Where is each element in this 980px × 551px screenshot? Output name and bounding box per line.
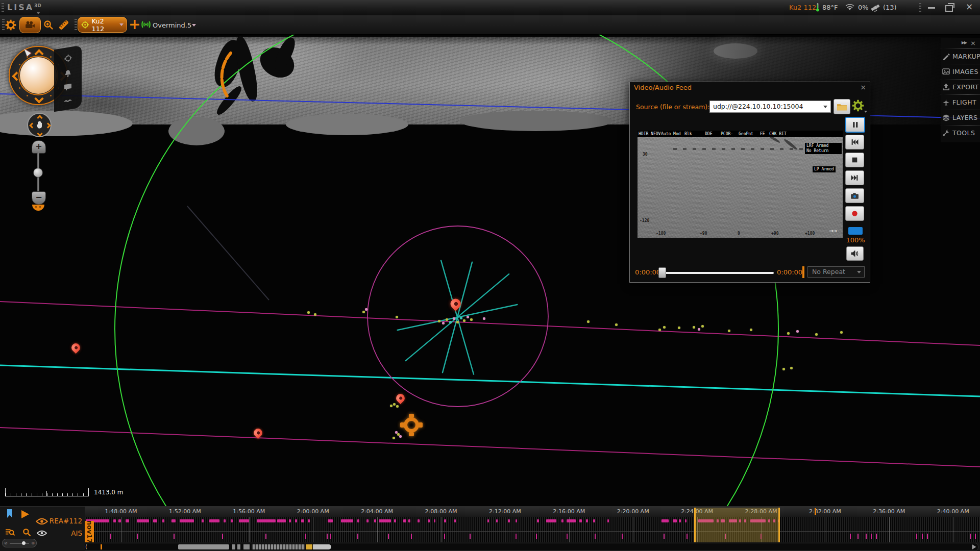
rea-event-mark <box>209 519 219 522</box>
repeat-mode-dropdown[interactable]: No Repeat <box>807 266 865 278</box>
bell-icon[interactable] <box>64 68 72 78</box>
add-tab-button[interactable]: + <box>129 16 140 33</box>
map-pin[interactable] <box>71 343 80 355</box>
overmind-chevron-icon[interactable] <box>192 24 196 27</box>
track-label-rea[interactable]: REA#112 <box>50 517 82 525</box>
snapshot-button[interactable] <box>845 188 864 203</box>
timeline-scrollbar[interactable]: ( <box>77 543 978 551</box>
rea-event-mark <box>172 519 176 522</box>
feed-settings-button[interactable] <box>852 99 864 114</box>
rail-collapse-icon[interactable]: ▶▶ <box>962 40 967 45</box>
scroll-right-icon[interactable] <box>972 544 976 549</box>
speaker-button[interactable] <box>846 246 864 261</box>
wifi-icon <box>845 4 854 10</box>
measure-tool-button[interactable] <box>57 18 70 32</box>
video-tool-button[interactable] <box>19 17 41 33</box>
volume-indicator[interactable] <box>848 227 863 235</box>
bookmark-icon[interactable] <box>7 509 12 518</box>
combobox-chevron-icon[interactable] <box>823 106 827 108</box>
video-frame[interactable]: HDIR NFOVAuto ModBlkDDEPCOR-GeoPntFECHK … <box>638 131 843 238</box>
scroll-segment[interactable] <box>237 544 240 549</box>
track-dot <box>307 311 310 314</box>
zoom-out-mini-icon[interactable]: ⊘ <box>4 541 8 545</box>
minimize-button[interactable] <box>928 7 935 9</box>
timeline-ruler-label: 2:12:00 AM <box>485 508 524 515</box>
source-value: udp://@224.10.10.10:15004 <box>713 103 803 110</box>
scroll-segment[interactable] <box>243 544 250 549</box>
stop-button[interactable] <box>845 153 864 167</box>
zoom-in-mini-icon[interactable]: ⊕ <box>31 541 35 545</box>
chat-bubble-icon[interactable] <box>64 83 72 92</box>
ais-event-mark <box>357 534 358 539</box>
pause-button[interactable] <box>845 117 865 133</box>
track-dot <box>449 321 452 323</box>
visibility-eye-rea-icon[interactable] <box>36 518 48 525</box>
hud-left-top-value: 30 <box>643 152 648 157</box>
rea-event-mark <box>679 519 681 522</box>
timeline-ruler-label: 2:04:00 AM <box>358 508 397 515</box>
timeline-selection[interactable] <box>694 508 780 542</box>
timeline-zoom-track[interactable] <box>10 543 29 544</box>
map-pin[interactable] <box>450 298 461 313</box>
timeline-zoom-handle[interactable] <box>22 541 26 545</box>
scroll-minimap[interactable] <box>252 544 305 549</box>
track-dot <box>678 327 680 329</box>
rail-item-layers[interactable]: LAYERS <box>941 110 980 125</box>
skip-back-button[interactable] <box>845 135 864 149</box>
settings-button[interactable] <box>4 18 17 32</box>
crosshair-icon[interactable] <box>64 53 72 63</box>
scroll-segment[interactable] <box>178 544 229 549</box>
close-button[interactable]: × <box>966 3 973 10</box>
timeline-date-tag[interactable]: nov17 <box>85 521 94 542</box>
toolbar: Ku2 112 + Overmind.5 <box>0 15 980 35</box>
compass-sphere[interactable] <box>20 57 57 94</box>
timeline-tracks[interactable] <box>77 517 980 542</box>
filter-search-icon[interactable] <box>5 528 15 537</box>
zoom-out-button[interactable]: − <box>32 191 46 205</box>
search-icon[interactable] <box>22 528 31 537</box>
browse-file-button[interactable] <box>834 99 850 114</box>
timeline-ruler[interactable]: 1:48:00 AM1:52:00 AM1:56:00 AM2:00:00 AM… <box>77 507 980 517</box>
rail-item-tools[interactable]: TOOLS <box>941 125 980 140</box>
timeline-zoom-slider[interactable]: ⊘ ⊕ <box>2 539 37 547</box>
track-dot <box>438 320 440 322</box>
source-combobox[interactable]: udp://@224.10.10.10:15004 <box>709 101 831 113</box>
rea-event-mark <box>537 519 539 522</box>
scroll-selection-segment[interactable] <box>306 544 312 549</box>
map-pin[interactable] <box>253 428 262 440</box>
zoom-slider-handle[interactable] <box>33 168 43 178</box>
gimbal-target-marker[interactable] <box>401 415 422 435</box>
record-button[interactable] <box>845 206 864 221</box>
visibility-eye-ais-icon[interactable] <box>37 530 47 536</box>
seek-slider-handle[interactable] <box>658 267 666 278</box>
track-dot <box>750 329 752 331</box>
timeline-play-button[interactable] <box>21 510 29 518</box>
rea-event-mark <box>508 519 510 522</box>
rail-item-export[interactable]: EXPORT <box>941 79 980 94</box>
ais-event-mark <box>687 534 688 539</box>
bird-icon[interactable] <box>63 97 72 104</box>
skip-forward-button[interactable] <box>845 170 864 185</box>
zoom-tool-button[interactable] <box>42 18 55 32</box>
tab-overmind[interactable]: Overmind.5 <box>153 21 191 29</box>
timeline-gridline <box>377 517 378 542</box>
rail-item-flight[interactable]: FLIGHT <box>941 94 980 110</box>
tab-ku2-112[interactable]: Ku2 112 <box>78 17 127 33</box>
restore-button[interactable] <box>945 5 953 12</box>
rail-item-images[interactable]: IMAGES <box>941 64 980 79</box>
zoom-in-button[interactable]: + <box>32 140 46 154</box>
rail-close-icon[interactable]: × <box>970 39 976 47</box>
scroll-thumb[interactable] <box>313 544 331 549</box>
panel-close-button[interactable]: × <box>860 83 866 91</box>
map-pin[interactable] <box>396 393 405 406</box>
titlebar-grip[interactable] <box>2 3 4 12</box>
seek-slider-track[interactable] <box>662 272 774 274</box>
pan-hand-widget[interactable] <box>27 113 52 137</box>
chevron-down-icon[interactable] <box>119 23 124 26</box>
rea-event-mark <box>673 519 677 522</box>
track-dot <box>390 405 393 407</box>
track-label-ais[interactable]: AIS <box>71 529 82 537</box>
scroll-segment[interactable] <box>232 544 235 549</box>
rea-event-mark <box>295 519 297 522</box>
rail-item-markup[interactable]: MARKUP <box>941 48 980 64</box>
